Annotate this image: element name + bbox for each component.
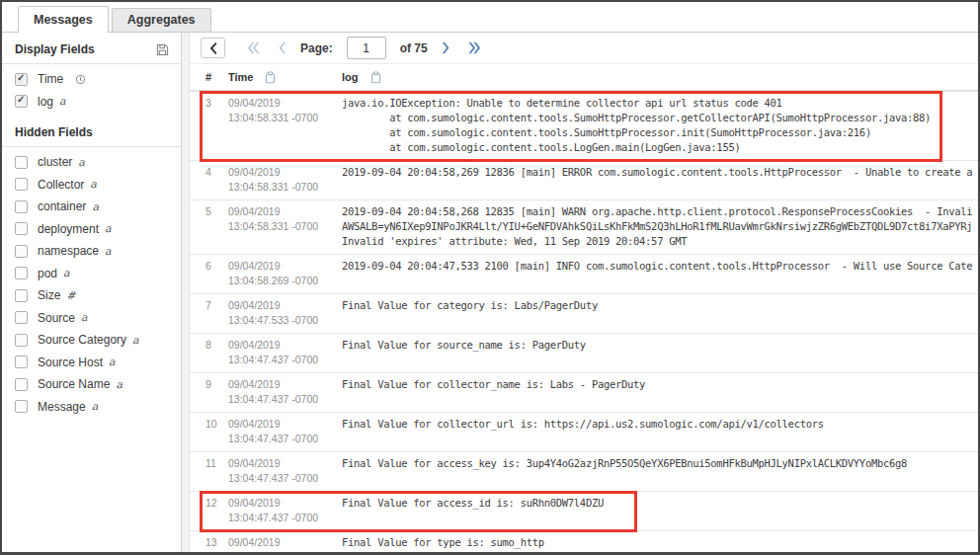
log-row[interactable]: 10 09/04/2019 13:04:47.437 -0700 Final V… xyxy=(190,412,978,451)
field-checkbox[interactable] xyxy=(15,334,28,347)
column-header-time[interactable]: Time xyxy=(228,71,342,84)
row-log-message: Final Value for collector_url is: https:… xyxy=(342,417,978,446)
chevron-left-icon xyxy=(209,42,217,54)
row-number: 7 xyxy=(205,298,228,328)
hidden-field-item[interactable]: Source Name a xyxy=(2,373,181,396)
messages-panel: Page: of 75 # Time l xyxy=(190,33,978,552)
row-date: 09/04/2019 xyxy=(228,259,342,274)
row-number: 4 xyxy=(205,165,228,195)
hidden-field-item[interactable]: Source a xyxy=(2,307,181,330)
row-timestamp: 13:04:47.437 -0700 xyxy=(228,392,342,407)
field-type-suffix: a xyxy=(90,178,97,191)
display-field-item[interactable]: log a xyxy=(2,91,181,114)
row-time: 09/04/2019 13:04:58.331 -0700 xyxy=(228,204,342,249)
time-column-label: Time xyxy=(228,71,253,83)
row-time: 09/04/2019 13:04:47.437 -0700 xyxy=(228,456,342,486)
field-checkbox[interactable] xyxy=(15,95,28,108)
chevron-right-icon xyxy=(442,41,450,54)
tab-messages[interactable]: Messages xyxy=(18,6,109,33)
log-row[interactable]: 6 09/04/2019 13:04:58.269 -0700 2019-09-… xyxy=(190,254,978,293)
field-label: cluster xyxy=(38,155,72,169)
display-fields-header: Display Fields xyxy=(2,37,181,64)
row-date: 09/04/2019 xyxy=(228,377,342,392)
page-count-label: of 75 xyxy=(400,41,428,55)
hidden-field-item[interactable]: Collector a xyxy=(2,174,181,197)
next-page-button[interactable] xyxy=(433,41,459,54)
row-date: 09/04/2019 xyxy=(228,338,342,353)
field-checkbox[interactable] xyxy=(15,156,28,169)
field-label: Collector xyxy=(38,178,84,192)
log-row[interactable]: 13 09/04/2019 Final Value for type is: s… xyxy=(190,530,978,552)
hidden-fields-header: Hidden Fields xyxy=(2,119,181,147)
row-timestamp: 13:04:47.437 -0700 xyxy=(228,471,342,486)
row-time: 09/04/2019 13:04:47.437 -0700 xyxy=(228,417,342,446)
field-label: Time xyxy=(38,72,63,86)
collapse-sidebar-button[interactable] xyxy=(201,38,225,58)
hidden-field-item[interactable]: deployment a xyxy=(2,218,181,241)
tab-aggregates[interactable]: Aggregates xyxy=(112,8,211,32)
field-type-suffix: a xyxy=(92,200,99,213)
log-row[interactable]: 5 09/04/2019 13:04:58.331 -0700 2019-09-… xyxy=(190,199,978,254)
field-label: Source Name xyxy=(38,377,110,391)
field-checkbox[interactable] xyxy=(15,178,28,191)
column-header-num[interactable]: # xyxy=(205,71,228,83)
field-checkbox[interactable] xyxy=(15,222,28,235)
log-row[interactable]: 3 09/04/2019 13:04:58.331 -0700 java.io.… xyxy=(190,91,978,160)
field-checkbox[interactable] xyxy=(15,200,28,213)
field-label: log xyxy=(38,95,53,109)
field-label: Source Host xyxy=(38,356,103,369)
field-checkbox[interactable] xyxy=(15,245,28,258)
row-time: 09/04/2019 13:04:58.269 -0700 xyxy=(228,259,342,288)
table-header: # Time log xyxy=(190,64,978,91)
field-checkbox[interactable] xyxy=(15,400,28,413)
field-type-suffix: a xyxy=(59,95,66,108)
row-log-message: Final Value for access_key is: 3up4Y4oG2… xyxy=(342,456,978,486)
first-page-button[interactable] xyxy=(238,41,269,54)
hidden-field-item[interactable]: Source Host a xyxy=(2,352,181,374)
last-page-button[interactable] xyxy=(459,41,490,54)
field-checkbox[interactable] xyxy=(15,378,28,391)
row-time: 09/04/2019 13:04:47.437 -0700 xyxy=(228,496,342,525)
row-number: 13 xyxy=(205,535,228,550)
row-number: 6 xyxy=(205,259,228,288)
field-type-suffix: a xyxy=(81,311,88,324)
field-label: deployment xyxy=(38,222,99,236)
row-number: 8 xyxy=(205,338,228,367)
field-checkbox[interactable] xyxy=(15,267,28,279)
hidden-field-item[interactable]: cluster a xyxy=(2,151,181,174)
row-date: 09/04/2019 xyxy=(228,456,342,471)
hidden-field-item[interactable]: Message a xyxy=(2,396,181,419)
copy-column-icon[interactable] xyxy=(370,71,381,84)
log-row[interactable]: 11 09/04/2019 13:04:47.437 -0700 Final V… xyxy=(190,451,978,491)
display-field-item[interactable]: Time xyxy=(2,68,181,91)
page-number-input[interactable] xyxy=(347,37,386,59)
row-time: 09/04/2019 13:04:47.437 -0700 xyxy=(228,377,342,407)
row-log-message: java.io.IOException: Unable to determine… xyxy=(342,96,978,155)
log-row[interactable]: 7 09/04/2019 13:04:47.533 -0700 Final Va… xyxy=(190,293,978,333)
log-row[interactable]: 4 09/04/2019 13:04:58.331 -0700 2019-09-… xyxy=(190,160,978,199)
field-checkbox[interactable] xyxy=(15,73,28,86)
prev-page-button[interactable] xyxy=(269,41,295,54)
hidden-field-item[interactable]: namespace a xyxy=(2,240,181,263)
field-checkbox[interactable] xyxy=(15,356,28,368)
row-timestamp: 13:04:58.331 -0700 xyxy=(228,111,342,125)
row-number: 5 xyxy=(205,204,228,249)
hidden-field-item[interactable]: pod a xyxy=(2,263,181,285)
display-fields-title: Display Fields xyxy=(15,42,95,56)
pagination-toolbar: Page: of 75 xyxy=(190,33,978,64)
field-checkbox[interactable] xyxy=(15,311,28,324)
copy-column-icon[interactable] xyxy=(265,71,276,84)
row-log-message: Final Value for source_name is: PagerDut… xyxy=(342,338,978,367)
log-row[interactable]: 12 09/04/2019 13:04:47.437 -0700 Final V… xyxy=(190,491,978,530)
panel-resize-gutter[interactable] xyxy=(182,33,190,552)
log-row[interactable]: 9 09/04/2019 13:04:47.437 -0700 Final Va… xyxy=(190,372,978,412)
hidden-field-item[interactable]: Size # xyxy=(2,284,181,307)
column-header-log[interactable]: log xyxy=(342,71,381,84)
save-fields-icon[interactable] xyxy=(156,43,169,56)
log-row[interactable]: 8 09/04/2019 13:04:47.437 -0700 Final Va… xyxy=(190,333,978,372)
field-checkbox[interactable] xyxy=(15,289,28,302)
field-label: Source Category xyxy=(38,333,126,347)
hidden-field-item[interactable]: Source Category a xyxy=(2,329,181,352)
fields-sidebar: Display Fields Time xyxy=(2,33,182,552)
hidden-field-item[interactable]: container a xyxy=(2,196,181,218)
